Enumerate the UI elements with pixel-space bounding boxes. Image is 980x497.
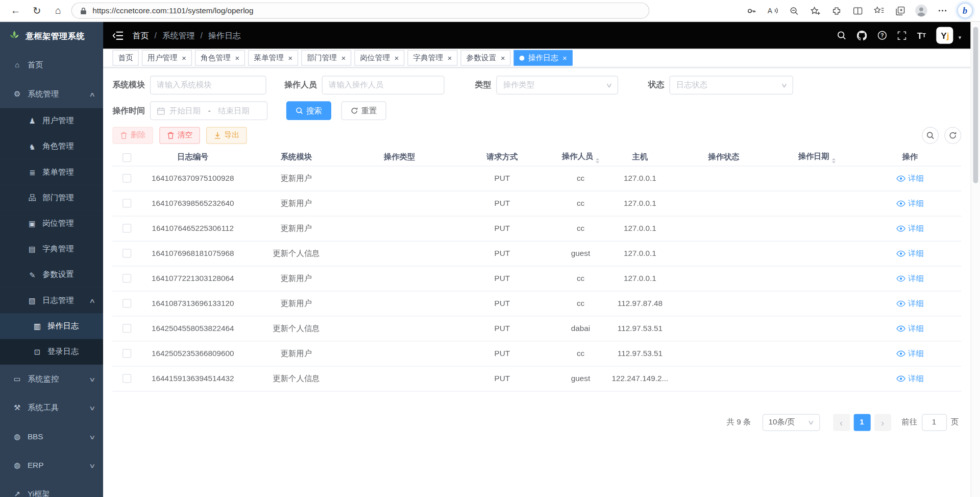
password-key-icon[interactable] [741,2,762,19]
scrollbar-thumb[interactable] [973,27,978,183]
tab-close-icon[interactable]: × [446,54,452,62]
tab-close-icon[interactable]: × [561,54,567,62]
col-operator[interactable]: 操作人员 [554,150,607,166]
browser-refresh-icon[interactable]: ↻ [26,2,47,19]
row-checkbox[interactable] [122,324,131,333]
sidebar-item-home[interactable]: ⌂ 首页 [0,51,103,79]
extensions-icon[interactable] [826,2,847,19]
detail-link[interactable]: 详细 [896,348,924,359]
copilot-icon[interactable]: b [958,3,972,18]
goto-page-input[interactable] [922,414,947,431]
tab-close-icon[interactable]: × [499,54,505,62]
tab-close-icon[interactable]: × [233,54,239,62]
refresh-table-button[interactable] [944,127,961,144]
add-favorite-icon[interactable] [804,2,826,19]
page-size-select[interactable]: 10条/页 ∨ [762,414,820,431]
type-select[interactable]: 操作类型 ∨ [496,76,618,94]
row-checkbox[interactable] [122,174,131,183]
tab-close-icon[interactable]: × [339,54,346,62]
browser-home-icon[interactable]: ⌂ [47,2,69,19]
status-select[interactable]: 日志状态 ∨ [669,76,793,94]
prev-page-button[interactable]: ‹ [833,414,850,431]
toggle-search-button[interactable] [922,127,939,144]
module-input[interactable] [150,76,266,94]
zoom-out-icon[interactable] [783,2,804,19]
scrollbar[interactable] [971,22,980,497]
detail-link[interactable]: 详细 [896,273,924,283]
collections-icon[interactable] [889,2,911,19]
sidebar-item-globe[interactable]: ◍ BBS ∨ [0,422,103,451]
search-button[interactable]: 搜索 [286,101,331,120]
more-options-icon[interactable] [932,2,953,19]
split-screen-icon[interactable] [847,2,868,19]
user-avatar[interactable]: Yj [937,27,953,44]
detail-link[interactable]: 详细 [896,173,924,184]
sidebar-item-department[interactable]: 品 部门管理 [0,185,103,210]
next-page-button[interactable]: › [874,414,891,431]
row-checkbox[interactable] [122,349,131,358]
sidebar-item-external-link[interactable]: ↗ Yi框架 [0,480,103,497]
row-checkbox[interactable] [122,374,131,383]
sidebar-item-settings[interactable]: ✎ 参数设置 [0,262,103,288]
detail-link[interactable]: 详细 [896,298,924,309]
header-search-icon[interactable] [837,31,846,40]
row-checkbox[interactable] [122,249,131,258]
select-all-checkbox[interactable] [122,153,131,162]
tab[interactable]: 角色管理 × [195,50,245,66]
breadcrumb-system[interactable]: 系统管理 [162,30,195,41]
tab[interactable]: 字典管理 × [407,50,457,66]
current-page-button[interactable]: 1 [853,414,870,431]
sidebar-item-gear[interactable]: ⚙ 系统管理 ∧ [0,80,103,108]
address-bar[interactable]: https://ccnetcore.com:1101/system/log/op… [71,3,650,19]
sidebar-item-operation-log[interactable]: ▥ 操作日志 [0,313,103,339]
github-icon[interactable] [857,30,867,40]
sort-icon[interactable] [832,158,836,163]
sidebar-item-menu-list[interactable]: ≣ 菜单管理 [0,159,103,185]
delete-button[interactable]: 删除 [112,127,153,144]
row-checkbox[interactable] [122,224,131,233]
tab-close-icon[interactable]: × [180,54,186,62]
tab[interactable]: 操作日志 × [514,50,573,66]
detail-link[interactable]: 详细 [896,198,924,209]
tab[interactable]: 用户管理 × [142,50,192,66]
export-button[interactable]: 导出 [206,127,247,144]
read-aloud-icon[interactable]: A [762,2,783,19]
row-checkbox[interactable] [122,274,131,283]
detail-link[interactable]: 详细 [896,373,924,384]
operator-input[interactable] [322,76,445,94]
favorites-icon[interactable] [868,2,890,19]
tab[interactable]: 岗位管理 × [354,50,404,66]
date-range-picker[interactable]: 开始日期 - 结束日期 [150,101,267,120]
sidebar-item-monitor[interactable]: ▭ 系统监控 ∨ [0,365,103,393]
breadcrumb-home[interactable]: 首页 [133,30,149,41]
sidebar-item-dictionary[interactable]: ▤ 字典管理 [0,236,103,262]
back-icon[interactable]: ← [5,2,27,19]
sidebar-item-log[interactable]: ▧ 日志管理 ∧ [0,288,103,313]
sidebar-toggle-icon[interactable] [112,31,123,40]
help-icon[interactable]: ? [878,31,887,40]
sidebar-item-role[interactable]: ♞ 角色管理 [0,134,103,159]
sidebar-item-post[interactable]: ▣ 岗位管理 [0,211,103,236]
col-date[interactable]: 操作日期 [775,150,859,166]
fullscreen-icon[interactable] [898,31,906,40]
detail-link[interactable]: 详细 [896,223,924,234]
tab[interactable]: 菜单管理 × [248,50,298,66]
profile-avatar[interactable] [911,2,932,19]
clear-button[interactable]: 清空 [159,127,200,144]
sort-icon[interactable] [596,158,599,163]
row-checkbox[interactable] [122,299,131,308]
font-size-icon[interactable]: TT [917,30,926,40]
tab-close-icon[interactable]: × [393,54,399,62]
avatar-dropdown-caret-icon[interactable]: ▾ [959,34,962,40]
row-checkbox[interactable] [122,199,131,208]
sidebar-item-globe[interactable]: ◍ ERP ∨ [0,451,103,480]
tab[interactable]: 首页 × [112,50,138,66]
tab[interactable]: 部门管理 × [301,50,351,66]
sidebar-item-user[interactable]: ♟ 用户管理 [0,108,103,134]
detail-link[interactable]: 详细 [896,248,924,259]
tab[interactable]: 参数设置 × [461,50,511,66]
tab-close-icon[interactable]: × [286,54,292,62]
sidebar-item-tools[interactable]: ⚒ 系统工具 ∨ [0,393,103,422]
detail-link[interactable]: 详细 [896,323,924,334]
reset-button[interactable]: 重置 [341,101,386,120]
